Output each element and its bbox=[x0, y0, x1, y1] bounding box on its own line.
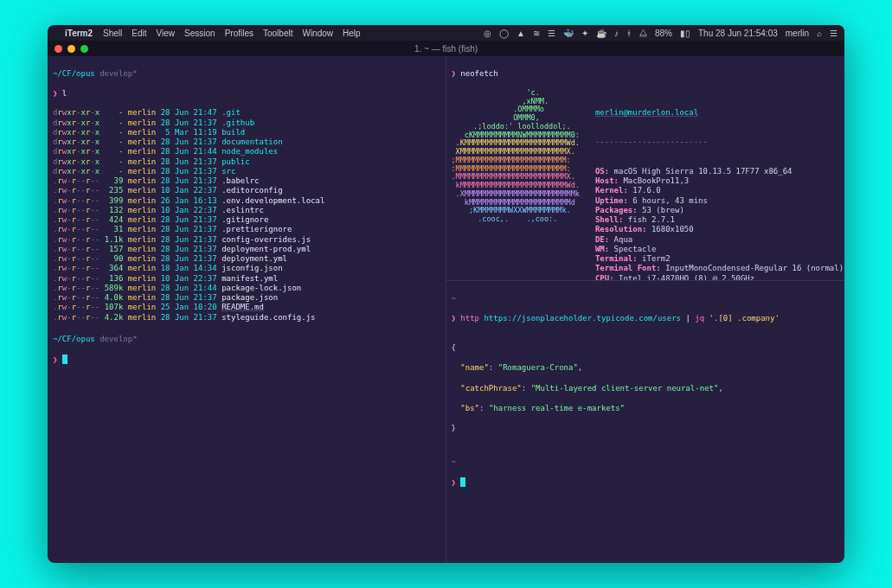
neofetch-line: DE: Aqua bbox=[595, 235, 844, 245]
macos-menubar: iTerm2 Shell Edit View Session Profiles … bbox=[48, 25, 844, 41]
status-icon[interactable]: ≋ bbox=[533, 29, 540, 38]
command-http-jq: ❯ http https://jsonplaceholder.typicode.… bbox=[452, 314, 840, 323]
menu-profiles[interactable]: Profiles bbox=[225, 29, 253, 38]
tab-title: 1. ~ — fish (fish) bbox=[48, 44, 844, 54]
command-neofetch: neofetch bbox=[460, 69, 497, 78]
app-menus: Shell Edit View Session Profiles Toolbel… bbox=[103, 29, 361, 38]
menubar-user[interactable]: merlin bbox=[786, 29, 809, 38]
prompt-caret: ❯ bbox=[53, 89, 62, 98]
neofetch-line: OS: macOS High Sierra 10.13.5 17F77 x86_… bbox=[595, 167, 844, 176]
ls-row: drwxr-xr-x - merlin 28 Jun 21:44 node_mo… bbox=[53, 147, 440, 157]
menu-shell[interactable]: Shell bbox=[103, 29, 122, 38]
neofetch-userhost: merlin@murderlon.local bbox=[595, 108, 698, 117]
neofetch-info: merlin@murderlon.local -----------------… bbox=[595, 89, 844, 281]
terminal-window: iTerm2 Shell Edit View Session Profiles … bbox=[48, 25, 844, 563]
pane-left[interactable]: ~/CF/opus develop* ❯ l drwxr-xr-x - merl… bbox=[48, 56, 446, 563]
ls-row: .rw-r--r-- 364 merlin 18 Jan 14:34 jscon… bbox=[53, 264, 440, 273]
ls-row: drwxr-xr-x - merlin 28 Jun 21:37 public bbox=[53, 157, 440, 167]
neofetch-line: Host: MacBookPro11,3 bbox=[595, 176, 844, 186]
prompt-caret: ❯ bbox=[452, 69, 461, 78]
docker-icon[interactable]: 🐳 bbox=[563, 29, 574, 38]
ls-row: .rw-r--r-- 31 merlin 28 Jun 21:37 .prett… bbox=[53, 225, 440, 234]
git-branch: develop* bbox=[99, 69, 137, 78]
neofetch-line: Shell: fish 2.7.1 bbox=[595, 215, 844, 225]
ls-row: .rw-r--r-- 107k merlin 25 Jan 10:20 READ… bbox=[53, 303, 440, 312]
neofetch-line: Terminal Font: InputMonoCondensed-Regula… bbox=[595, 264, 844, 273]
menu-edit[interactable]: Edit bbox=[132, 29, 146, 38]
status-icon[interactable]: ◯ bbox=[499, 29, 509, 38]
status-icon[interactable]: ☰ bbox=[548, 29, 555, 38]
ls-row: .rw-r--r-- 157 merlin 28 Jun 21:37 deplo… bbox=[53, 245, 440, 254]
ls-row: .rw-r--r-- 4.0k merlin 28 Jun 21:37 pack… bbox=[53, 293, 440, 303]
neofetch-ascii-logo: 'c. ,xNMM. .OMMMMo OMMM0, .;loddo:' lool… bbox=[452, 89, 580, 224]
bluetooth-icon[interactable]: ᚼ bbox=[626, 29, 632, 38]
neofetch-line: Kernel: 17.6.0 bbox=[595, 186, 844, 195]
search-icon[interactable]: ⌕ bbox=[817, 29, 822, 38]
menu-session[interactable]: Session bbox=[184, 29, 215, 38]
status-icon[interactable]: ♪ bbox=[614, 29, 619, 38]
prompt-caret: ❯ bbox=[452, 478, 461, 487]
neofetch-line: Resolution: 1680x1050 bbox=[595, 225, 844, 234]
ls-row: drwxr-xr-x - merlin 28 Jun 21:37 .github bbox=[53, 118, 440, 128]
battery-icon[interactable]: ▮▯ bbox=[680, 29, 690, 38]
pane-neofetch[interactable]: ❯ neofetch 'c. ,xNMM. .OMMMMo OMMM0, .;l… bbox=[446, 56, 845, 281]
ls-row: .rw-r--r-- 399 merlin 26 Jan 16:13 .env.… bbox=[53, 196, 440, 206]
ls-row: .rw-r--r-- 1.1k merlin 28 Jun 21:37 conf… bbox=[53, 235, 440, 245]
coffee-icon[interactable]: ☕ bbox=[596, 29, 606, 38]
pane-http-jq[interactable]: ~ ❯ http https://jsonplaceholder.typicod… bbox=[446, 281, 845, 563]
cursor bbox=[460, 477, 465, 487]
command-l: l bbox=[62, 89, 67, 98]
menu-view[interactable]: View bbox=[157, 29, 176, 38]
notification-icon[interactable]: ☰ bbox=[830, 29, 837, 38]
menubar-clock[interactable]: Thu 28 Jun 21:54:03 bbox=[698, 29, 778, 38]
ls-row: .rw-r--r-- 136 merlin 10 Jan 22:37 manif… bbox=[53, 274, 440, 284]
jq-output: { "name": "Romaguera-Crona", "catchPhras… bbox=[452, 333, 840, 444]
menu-toolbelt[interactable]: Toolbelt bbox=[263, 29, 292, 38]
tilde-line: ~ bbox=[452, 457, 840, 467]
window-titlebar: 1. ~ — fish (fish) bbox=[48, 41, 844, 56]
neofetch-line: Terminal: iTerm2 bbox=[595, 254, 844, 264]
neofetch-line: Packages: 53 (brew) bbox=[595, 206, 844, 215]
prompt-caret: ❯ bbox=[53, 355, 62, 364]
ls-row: .rw-r--r-- 424 merlin 28 Jun 21:37 .giti… bbox=[53, 215, 440, 225]
git-branch: develop* bbox=[99, 335, 137, 343]
cursor bbox=[62, 355, 67, 364]
menu-window[interactable]: Window bbox=[302, 29, 333, 38]
battery-percent[interactable]: 88% bbox=[655, 29, 672, 38]
ls-row: .rw-r--r-- 589k merlin 28 Jun 21:44 pack… bbox=[53, 284, 440, 293]
ls-row: drwxr-xr-x - merlin 28 Jun 21:37 documen… bbox=[53, 137, 440, 147]
prompt-cwd: ~/CF/opus bbox=[53, 69, 95, 78]
neofetch-line: CPU: Intel i7-4870HQ (8) @ 2.50GHz bbox=[595, 274, 844, 282]
menubar-status-right: ◎ ◯ ▲ ≋ ☰ 🐳 ✦ ☕ ♪ ᚼ ⧋ 88% ▮▯ Thu 28 Jun … bbox=[484, 28, 837, 38]
ls-row: .rw-r--r-- 235 merlin 10 Jan 22:37 .edit… bbox=[53, 186, 440, 195]
prompt-cwd: ~/CF/opus bbox=[53, 335, 95, 343]
ls-row: .rw-r--r-- 132 merlin 10 Jan 22:37 .esli… bbox=[53, 206, 440, 215]
tilde-line: ~ bbox=[452, 294, 840, 304]
status-icon[interactable]: ◎ bbox=[484, 29, 491, 38]
status-icon[interactable]: ▲ bbox=[517, 29, 525, 38]
status-icon[interactable]: ✦ bbox=[581, 29, 588, 38]
ls-row: drwxr-xr-x - merlin 28 Jun 21:47 .git bbox=[53, 108, 440, 118]
menu-help[interactable]: Help bbox=[343, 29, 361, 38]
neofetch-rule: ------------------------ bbox=[595, 137, 844, 147]
ls-output: drwxr-xr-x - merlin 28 Jun 21:47 .gitdrw… bbox=[53, 108, 440, 323]
ls-row: drwxr-xr-x - merlin 28 Jun 21:37 src bbox=[53, 167, 440, 176]
ls-row: .rw-r--r-- 4.2k merlin 28 Jun 21:37 styl… bbox=[53, 313, 440, 323]
app-name[interactable]: iTerm2 bbox=[65, 29, 93, 38]
ls-row: drwxr-xr-x - merlin 5 Mar 11:19 build bbox=[53, 128, 440, 137]
neofetch-line: WM: Spectacle bbox=[595, 245, 844, 254]
ls-row: .rw-r--r-- 39 merlin 28 Jun 21:37 .babel… bbox=[53, 176, 440, 186]
neofetch-line: Uptime: 6 hours, 43 mins bbox=[595, 196, 844, 206]
ls-row: .rw-r--r-- 90 merlin 28 Jun 21:37 deploy… bbox=[53, 254, 440, 264]
wifi-icon[interactable]: ⧋ bbox=[639, 28, 647, 38]
